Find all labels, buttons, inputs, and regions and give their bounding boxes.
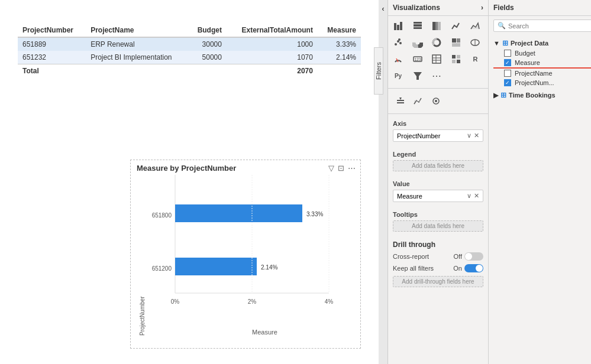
cell-measure: 2.14% <box>318 51 361 64</box>
tree-item-projectnum[interactable]: ProjectNum... ← <box>493 78 591 87</box>
viz-icon-line[interactable] <box>448 18 464 34</box>
svg-rect-43 <box>457 55 460 58</box>
svg-rect-18 <box>414 22 422 24</box>
cell-budget: 50000 <box>188 51 227 64</box>
total-budget-empty <box>188 64 227 78</box>
svg-text:2.14%: 2.14% <box>261 264 277 271</box>
checkbox-projectname[interactable] <box>504 70 511 77</box>
tree-item-measure[interactable]: Measure <box>493 58 591 69</box>
viz-icon-column[interactable] <box>410 18 425 34</box>
viz-icon-scatter[interactable] <box>390 35 406 50</box>
filters-tab[interactable]: Filters <box>374 47 383 95</box>
svg-rect-14 <box>397 25 399 30</box>
svg-marker-46 <box>414 72 422 80</box>
value-close-icon[interactable]: ✕ <box>474 192 479 200</box>
total-label: Total <box>18 64 86 78</box>
svg-text:123: 123 <box>414 57 421 61</box>
axis-label: Axis <box>393 120 483 127</box>
svg-point-22 <box>395 43 397 46</box>
legend-add-field[interactable]: Add data fields here <box>393 160 483 171</box>
field-label-projectname: ProjectName <box>515 70 553 77</box>
viz-icon-treemap[interactable] <box>448 35 464 50</box>
svg-rect-45 <box>457 60 460 63</box>
axis-chevron-icon[interactable]: ∨ <box>467 132 471 139</box>
drill-add-field[interactable]: Add drill-through fields here <box>393 276 483 287</box>
tree-group-label-time: Time Bookings <box>509 92 556 99</box>
keep-filters-label: Keep all filters <box>393 265 434 272</box>
keep-filters-toggle[interactable]: On <box>453 264 483 272</box>
menu-icon[interactable]: ⋯ <box>348 164 356 173</box>
viz-icon-pie[interactable] <box>410 35 425 50</box>
cell-measure: 3.33% <box>318 37 361 51</box>
cell-budget: 30000 <box>188 37 227 51</box>
x-axis-title: Measure <box>146 327 354 336</box>
value-chevron-icon[interactable]: ∨ <box>467 192 471 200</box>
tree-group-label: Project Data <box>511 40 548 47</box>
svg-text:0%: 0% <box>171 298 180 305</box>
chart-title: Measure by ProjectNumber <box>137 164 236 173</box>
viz-icon-gauge[interactable] <box>390 51 406 67</box>
total-measure-empty <box>318 64 361 78</box>
svg-rect-21 <box>438 22 441 30</box>
total-row: Total 2070 <box>18 64 361 78</box>
visualizations-title: Visualizations <box>393 4 440 12</box>
cell-external-total: 1070 <box>227 51 318 64</box>
field-label-measure: Measure <box>515 59 540 66</box>
value-field-chip[interactable]: Measure ∨ ✕ <box>393 190 483 202</box>
svg-rect-47 <box>397 100 404 101</box>
keep-filters-state: On <box>453 265 462 272</box>
visualizations-expand-icon[interactable]: › <box>481 4 483 12</box>
value-field-value: Measure <box>397 193 422 200</box>
viz-icon-bar[interactable] <box>390 18 406 34</box>
viz-icon-donut[interactable] <box>429 35 444 50</box>
fields-search-box[interactable]: 🔍 <box>493 20 591 32</box>
col-header-external-total: ExternalTotalAmount <box>227 24 318 37</box>
tree-group-header-project-data[interactable]: ▼ ⊞ Project Data <box>493 38 591 48</box>
col-header-measure: Measure <box>318 24 361 37</box>
legend-label: Legend <box>393 151 483 158</box>
field-label-budget: Budget <box>515 50 535 57</box>
checkbox-projectnum[interactable] <box>504 79 511 86</box>
viz-icon-format[interactable] <box>393 93 408 109</box>
svg-rect-17 <box>414 27 422 29</box>
viz-icon-card[interactable]: 123 <box>410 51 425 67</box>
tooltips-add-field[interactable]: Add data fields here <box>393 220 483 232</box>
cross-report-track[interactable] <box>464 252 483 261</box>
svg-rect-15 <box>400 22 402 30</box>
viz-icon-map[interactable] <box>467 35 483 50</box>
expand-icon[interactable]: ⊡ <box>338 164 344 173</box>
svg-text:2%: 2% <box>248 298 257 305</box>
viz-icon-fields[interactable] <box>428 93 444 109</box>
data-table: ProjectNumber ProjectName Budget Externa… <box>18 24 361 77</box>
viz-icon-stacked-bar[interactable] <box>429 18 444 34</box>
checkbox-budget[interactable] <box>504 50 511 57</box>
viz-icon-py[interactable]: Py <box>390 68 406 83</box>
checkbox-measure[interactable] <box>504 59 511 66</box>
svg-rect-30 <box>452 38 456 43</box>
viz-icon-funnel[interactable] <box>410 68 425 83</box>
axis-field-chip[interactable]: ProjectNumber ∨ ✕ <box>393 129 483 142</box>
viz-icon-area[interactable] <box>467 18 483 34</box>
tree-item-projectname[interactable]: ProjectName <box>493 69 591 78</box>
col-header-budget: Budget <box>188 24 227 37</box>
collapse-left-icon: ‹ <box>382 5 385 13</box>
viz-icon-analytics[interactable] <box>411 93 426 109</box>
svg-rect-32 <box>452 43 460 47</box>
svg-rect-38 <box>432 55 441 63</box>
tree-item-budget[interactable]: Budget <box>493 48 591 58</box>
search-input[interactable] <box>508 22 590 30</box>
chart-svg: 651800 3.33% 651200 2.14% 0% 2% 4% <box>146 175 354 325</box>
drill-title: Drill through <box>393 240 483 249</box>
viz-icon-matrix[interactable] <box>448 51 464 67</box>
table-icon-time: ⊞ <box>500 91 506 99</box>
viz-icon-more[interactable]: ⋯ <box>429 68 444 83</box>
svg-rect-16 <box>414 24 422 27</box>
viz-icon-r[interactable]: R <box>467 51 483 67</box>
keep-filters-track[interactable] <box>464 264 483 272</box>
axis-close-icon[interactable]: ✕ <box>474 132 479 139</box>
filter-icon[interactable]: ▽ <box>328 164 334 173</box>
cross-report-toggle[interactable]: Off <box>454 252 483 261</box>
svg-rect-44 <box>452 60 456 63</box>
viz-icon-table[interactable] <box>429 51 444 67</box>
tree-group-header-time-bookings[interactable]: ▶ ⊞ Time Bookings <box>493 90 591 100</box>
